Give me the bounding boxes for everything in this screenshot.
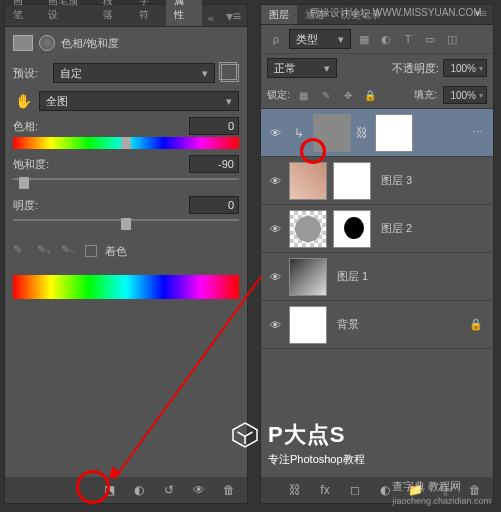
lock-transparent-icon[interactable]: ▦	[296, 87, 312, 103]
fx-icon[interactable]: fx	[315, 480, 335, 500]
filter-type-icon[interactable]: ρ	[267, 30, 285, 48]
layer-name[interactable]: 图层 2	[375, 221, 489, 236]
adjustment-icon	[13, 35, 33, 51]
tab-paragraph[interactable]: 段落	[95, 0, 130, 26]
properties-panel: 画笔 画笔预设 段落 字符 属性 « ▾≡ 色相/饱和度 预设: 自定 ✋ 全图…	[4, 4, 248, 504]
filter-dropdown[interactable]: 类型	[289, 29, 351, 49]
layer-thumb[interactable]	[289, 306, 327, 344]
preset-dropdown[interactable]: 自定	[53, 63, 215, 83]
hand-tool-icon[interactable]: ✋	[13, 91, 33, 111]
tab-brush-preset[interactable]: 画笔预设	[40, 0, 95, 26]
properties-footer: ⬔ ◐ ↺ 👁 🗑	[5, 477, 247, 503]
filter-shape-icon[interactable]: ▭	[421, 30, 439, 48]
layer-thumb[interactable]	[289, 258, 327, 296]
layer-row[interactable]: 👁 图层 2	[261, 205, 493, 253]
filter-smart-icon[interactable]: ◫	[443, 30, 461, 48]
hue-value[interactable]: 0	[189, 117, 239, 135]
layer-thumb[interactable]	[289, 210, 327, 248]
color-spectrum	[13, 275, 239, 299]
layer-row-adjustment[interactable]: 👁 ↳ ⛓ ⋯	[261, 109, 493, 157]
panel-menu-icon[interactable]: ▾≡	[220, 6, 247, 26]
properties-title: 色相/饱和度	[61, 36, 119, 51]
visibility-toggle-icon[interactable]: 👁	[265, 127, 285, 139]
left-panel-tabs: 画笔 画笔预设 段落 字符 属性 « ▾≡	[5, 5, 247, 27]
layer-row[interactable]: 👁 图层 1	[261, 253, 493, 301]
fill-value[interactable]: 100%	[443, 86, 487, 104]
layer-thumb[interactable]	[289, 162, 327, 200]
fill-label: 填充:	[414, 88, 437, 102]
layer-name[interactable]: 图层 1	[331, 269, 489, 284]
link-icon: ⛓	[355, 126, 369, 140]
logo-subtitle: 专注Photoshop教程	[268, 452, 490, 467]
channel-dropdown[interactable]: 全图	[39, 91, 239, 111]
filter-pixel-icon[interactable]: ▦	[355, 30, 373, 48]
hue-slider[interactable]	[13, 137, 239, 149]
visibility-toggle-icon[interactable]: 👁	[265, 319, 285, 331]
preset-label: 预设:	[13, 66, 47, 81]
lock-icon: 🔒	[463, 318, 489, 331]
layer-menu-icon[interactable]: ⋯	[466, 126, 489, 139]
visibility-toggle-icon[interactable]: 👁	[265, 271, 285, 283]
link-layers-icon[interactable]: ⛓	[285, 480, 305, 500]
visibility-toggle-icon[interactable]: 👁	[265, 223, 285, 235]
visibility-toggle-icon[interactable]: 👁	[265, 175, 285, 187]
colorize-checkbox[interactable]	[85, 245, 97, 257]
preset-stack-icon[interactable]	[221, 64, 239, 82]
eyedropper-sub-icon[interactable]: ✎₋	[61, 243, 77, 259]
opacity-value[interactable]: 100%	[443, 59, 487, 77]
layers-list: 👁 ↳ ⛓ ⋯ 👁 图层 3 👁 图层 2 👁 图层 1 👁	[261, 109, 493, 349]
layer-mask-thumb[interactable]	[333, 162, 371, 200]
mask-new-icon[interactable]: ◻	[345, 480, 365, 500]
filter-adjust-icon[interactable]: ◐	[377, 30, 395, 48]
colorize-label: 着色	[105, 244, 127, 259]
lock-move-icon[interactable]: ✥	[340, 87, 356, 103]
lock-paint-icon[interactable]: ✎	[318, 87, 334, 103]
saturation-slider[interactable]	[13, 178, 239, 190]
watermark-top: 思缘设计论坛 WWW.MISSYUAN.COM	[310, 6, 482, 20]
brand-logo: P大点S 专注Photoshop教程	[230, 420, 490, 467]
layer-row[interactable]: 👁 图层 3	[261, 157, 493, 205]
watermark-bottom: 查字典 教程网 jiaocheng.chazidian.com	[392, 479, 491, 506]
annotation-circle	[300, 138, 326, 164]
clip-indicator-icon: ↳	[289, 126, 309, 140]
tab-properties[interactable]: 属性	[166, 0, 201, 26]
tab-layers[interactable]: 图层	[261, 5, 297, 24]
eyedropper-add-icon[interactable]: ✎₊	[37, 243, 53, 259]
layer-name[interactable]: 背景	[331, 317, 459, 332]
mask-icon	[39, 35, 55, 51]
tab-character[interactable]: 字符	[131, 0, 166, 26]
tab-brush[interactable]: 画笔	[5, 0, 40, 26]
logo-title: P大点S	[268, 420, 345, 450]
lock-label: 锁定:	[267, 88, 290, 102]
hue-label: 色相:	[13, 119, 38, 134]
blend-mode-dropdown[interactable]: 正常	[267, 58, 337, 78]
prev-state-icon[interactable]: ◐	[129, 480, 149, 500]
saturation-value[interactable]: -90	[189, 155, 239, 173]
trash-icon[interactable]: 🗑	[219, 480, 239, 500]
layer-name[interactable]: 图层 3	[375, 173, 489, 188]
collapse-icon[interactable]: «	[202, 10, 220, 26]
visibility-icon[interactable]: 👁	[189, 480, 209, 500]
lightness-slider[interactable]	[13, 219, 239, 231]
eyedropper-icon[interactable]: ✎	[13, 243, 29, 259]
logo-icon	[230, 420, 260, 450]
opacity-label: 不透明度:	[392, 61, 439, 76]
lightness-label: 明度:	[13, 198, 38, 213]
lightness-value[interactable]: 0	[189, 196, 239, 214]
saturation-label: 饱和度:	[13, 157, 49, 172]
layer-mask-thumb[interactable]	[375, 114, 413, 152]
layer-row[interactable]: 👁 背景 🔒	[261, 301, 493, 349]
lock-all-icon[interactable]: 🔒	[362, 87, 378, 103]
filter-type-t-icon[interactable]: T	[399, 30, 417, 48]
reset-icon[interactable]: ↺	[159, 480, 179, 500]
layer-mask-thumb[interactable]	[333, 210, 371, 248]
